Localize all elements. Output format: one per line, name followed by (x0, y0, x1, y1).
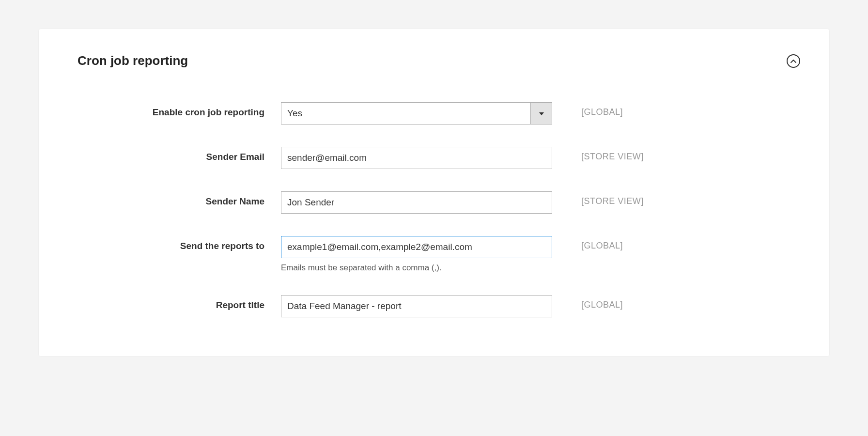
scope-enable-reporting: [GLOBAL] (552, 102, 623, 117)
scope-report-title: [GLOBAL] (552, 295, 623, 310)
row-enable-reporting: Enable cron job reporting Yes [GLOBAL] (78, 102, 800, 125)
reports-to-input[interactable] (281, 236, 552, 258)
collapse-toggle[interactable] (787, 54, 800, 68)
label-reports-to: Send the reports to (78, 236, 281, 251)
row-reports-to: Send the reports to Emails must be separ… (78, 236, 800, 273)
scope-sender-name: [STORE VIEW] (552, 191, 644, 206)
panel-header: Cron job reporting (78, 53, 800, 68)
scope-sender-email: [STORE VIEW] (552, 147, 644, 162)
reports-to-help: Emails must be separated with a comma (,… (281, 263, 552, 273)
enable-reporting-select[interactable]: Yes (281, 102, 552, 125)
enable-reporting-value: Yes (281, 103, 530, 124)
row-sender-name: Sender Name [STORE VIEW] (78, 191, 800, 214)
sender-name-input[interactable] (281, 191, 552, 214)
sender-email-input[interactable] (281, 147, 552, 169)
cron-job-reporting-panel: Cron job reporting Enable cron job repor… (39, 29, 829, 356)
row-report-title: Report title [GLOBAL] (78, 295, 800, 317)
chevron-up-icon (790, 57, 796, 65)
label-sender-name: Sender Name (78, 191, 281, 207)
section-title: Cron job reporting (78, 53, 188, 68)
select-dropdown-button[interactable] (530, 103, 552, 124)
label-report-title: Report title (78, 295, 281, 311)
report-title-input[interactable] (281, 295, 552, 317)
label-sender-email: Sender Email (78, 147, 281, 162)
scope-reports-to: [GLOBAL] (552, 236, 623, 251)
row-sender-email: Sender Email [STORE VIEW] (78, 147, 800, 169)
label-enable-reporting: Enable cron job reporting (78, 102, 281, 118)
caret-down-icon (539, 109, 544, 118)
